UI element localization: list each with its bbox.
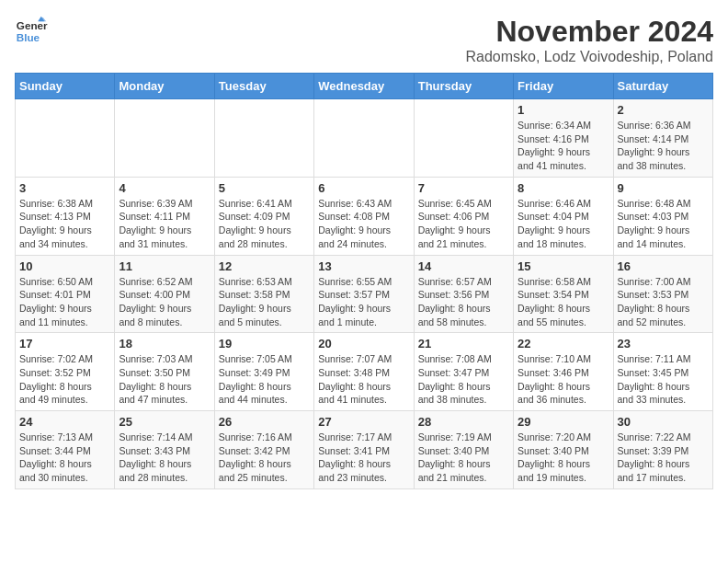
calendar-cell: 29Sunrise: 7:20 AM Sunset: 3:40 PM Dayli… (514, 411, 613, 489)
day-info: Sunrise: 6:43 AM Sunset: 4:08 PM Dayligh… (318, 197, 409, 251)
day-info: Sunrise: 7:19 AM Sunset: 3:40 PM Dayligh… (418, 431, 509, 485)
calendar-cell (214, 99, 313, 178)
calendar-header-row: SundayMondayTuesdayWednesdayThursdayFrid… (16, 74, 713, 99)
day-info: Sunrise: 6:50 AM Sunset: 4:01 PM Dayligh… (19, 275, 110, 329)
calendar-cell: 2Sunrise: 6:36 AM Sunset: 4:14 PM Daylig… (613, 99, 712, 178)
page-title: November 2024 (465, 15, 713, 49)
day-number: 5 (219, 181, 310, 195)
calendar-cell (414, 99, 513, 178)
day-number: 6 (318, 181, 409, 195)
day-number: 19 (219, 337, 310, 350)
day-info: Sunrise: 7:05 AM Sunset: 3:49 PM Dayligh… (219, 352, 310, 407)
calendar-cell: 18Sunrise: 7:03 AM Sunset: 3:50 PM Dayli… (115, 333, 214, 411)
calendar-cell: 23Sunrise: 7:11 AM Sunset: 3:45 PM Dayli… (613, 333, 712, 411)
day-number: 18 (119, 337, 210, 350)
day-number: 20 (318, 337, 409, 350)
day-info: Sunrise: 7:08 AM Sunset: 3:47 PM Dayligh… (418, 352, 509, 407)
weekday-header: Saturday (613, 74, 712, 99)
calendar-cell (115, 99, 214, 178)
logo-icon: General Blue (15, 15, 48, 48)
day-info: Sunrise: 6:41 AM Sunset: 4:09 PM Dayligh… (219, 197, 310, 251)
calendar-cell: 12Sunrise: 6:53 AM Sunset: 3:58 PM Dayli… (214, 255, 313, 333)
weekday-header: Friday (514, 74, 613, 99)
day-info: Sunrise: 6:45 AM Sunset: 4:06 PM Dayligh… (418, 197, 509, 251)
day-info: Sunrise: 7:11 AM Sunset: 3:45 PM Dayligh… (618, 352, 709, 407)
calendar-cell: 27Sunrise: 7:17 AM Sunset: 3:41 PM Dayli… (314, 411, 414, 489)
day-number: 1 (518, 103, 609, 117)
day-info: Sunrise: 7:14 AM Sunset: 3:43 PM Dayligh… (119, 431, 210, 485)
day-number: 8 (518, 181, 609, 195)
day-number: 16 (618, 259, 709, 273)
day-info: Sunrise: 6:38 AM Sunset: 4:13 PM Dayligh… (19, 197, 110, 251)
calendar-cell: 25Sunrise: 7:14 AM Sunset: 3:43 PM Dayli… (115, 411, 214, 489)
day-number: 7 (418, 181, 509, 195)
day-number: 25 (119, 415, 210, 429)
calendar-cell (16, 99, 115, 178)
day-info: Sunrise: 6:36 AM Sunset: 4:14 PM Dayligh… (618, 119, 709, 173)
calendar-cell: 16Sunrise: 7:00 AM Sunset: 3:53 PM Dayli… (613, 255, 712, 333)
calendar-cell: 19Sunrise: 7:05 AM Sunset: 3:49 PM Dayli… (214, 333, 313, 411)
day-number: 21 (418, 337, 509, 350)
day-number: 14 (418, 259, 509, 273)
calendar-cell: 26Sunrise: 7:16 AM Sunset: 3:42 PM Dayli… (214, 411, 313, 489)
calendar-cell: 28Sunrise: 7:19 AM Sunset: 3:40 PM Dayli… (414, 411, 513, 489)
day-number: 4 (119, 181, 210, 195)
calendar-cell: 14Sunrise: 6:57 AM Sunset: 3:56 PM Dayli… (414, 255, 513, 333)
day-number: 23 (618, 337, 709, 350)
page-subtitle: Radomsko, Lodz Voivodeship, Poland (465, 49, 713, 65)
calendar-cell: 4Sunrise: 6:39 AM Sunset: 4:11 PM Daylig… (115, 177, 214, 255)
day-info: Sunrise: 7:07 AM Sunset: 3:48 PM Dayligh… (318, 352, 409, 407)
day-number: 9 (618, 181, 709, 195)
day-info: Sunrise: 6:46 AM Sunset: 4:04 PM Dayligh… (518, 197, 609, 251)
calendar-cell: 5Sunrise: 6:41 AM Sunset: 4:09 PM Daylig… (214, 177, 313, 255)
day-info: Sunrise: 6:48 AM Sunset: 4:03 PM Dayligh… (618, 197, 709, 251)
calendar-cell: 22Sunrise: 7:10 AM Sunset: 3:46 PM Dayli… (514, 333, 613, 411)
calendar-cell: 11Sunrise: 6:52 AM Sunset: 4:00 PM Dayli… (115, 255, 214, 333)
calendar-week-row: 1Sunrise: 6:34 AM Sunset: 4:16 PM Daylig… (16, 99, 713, 178)
calendar-cell: 21Sunrise: 7:08 AM Sunset: 3:47 PM Dayli… (414, 333, 513, 411)
day-number: 30 (618, 415, 709, 429)
day-info: Sunrise: 6:55 AM Sunset: 3:57 PM Dayligh… (318, 275, 409, 329)
day-number: 3 (19, 181, 110, 195)
title-section: November 2024 Radomsko, Lodz Voivodeship… (465, 15, 713, 65)
day-number: 27 (318, 415, 409, 429)
day-number: 2 (618, 103, 709, 117)
day-number: 17 (19, 337, 110, 350)
day-number: 26 (219, 415, 310, 429)
day-info: Sunrise: 7:16 AM Sunset: 3:42 PM Dayligh… (219, 431, 310, 485)
calendar-cell: 13Sunrise: 6:55 AM Sunset: 3:57 PM Dayli… (314, 255, 414, 333)
day-number: 12 (219, 259, 310, 273)
weekday-header: Tuesday (214, 74, 313, 99)
calendar-table: SundayMondayTuesdayWednesdayThursdayFrid… (15, 73, 713, 489)
calendar-week-row: 10Sunrise: 6:50 AM Sunset: 4:01 PM Dayli… (16, 255, 713, 333)
weekday-header: Monday (115, 74, 214, 99)
day-info: Sunrise: 7:13 AM Sunset: 3:44 PM Dayligh… (19, 431, 110, 485)
svg-text:Blue: Blue (17, 31, 40, 43)
day-info: Sunrise: 7:17 AM Sunset: 3:41 PM Dayligh… (318, 431, 409, 485)
day-info: Sunrise: 6:39 AM Sunset: 4:11 PM Dayligh… (119, 197, 210, 251)
day-info: Sunrise: 7:03 AM Sunset: 3:50 PM Dayligh… (119, 352, 210, 407)
calendar-cell: 24Sunrise: 7:13 AM Sunset: 3:44 PM Dayli… (16, 411, 115, 489)
day-info: Sunrise: 6:57 AM Sunset: 3:56 PM Dayligh… (418, 275, 509, 329)
day-info: Sunrise: 7:00 AM Sunset: 3:53 PM Dayligh… (618, 275, 709, 329)
day-info: Sunrise: 6:52 AM Sunset: 4:00 PM Dayligh… (119, 275, 210, 329)
day-info: Sunrise: 7:22 AM Sunset: 3:39 PM Dayligh… (618, 431, 709, 485)
day-number: 15 (518, 259, 609, 273)
day-info: Sunrise: 6:34 AM Sunset: 4:16 PM Dayligh… (518, 119, 609, 173)
weekday-header: Wednesday (314, 74, 414, 99)
day-number: 13 (318, 259, 409, 273)
calendar-week-row: 3Sunrise: 6:38 AM Sunset: 4:13 PM Daylig… (16, 177, 713, 255)
calendar-cell (314, 99, 414, 178)
calendar-cell: 1Sunrise: 6:34 AM Sunset: 4:16 PM Daylig… (514, 99, 613, 178)
day-number: 29 (518, 415, 609, 429)
day-number: 24 (19, 415, 110, 429)
day-number: 28 (418, 415, 509, 429)
calendar-cell: 8Sunrise: 6:46 AM Sunset: 4:04 PM Daylig… (514, 177, 613, 255)
day-number: 10 (19, 259, 110, 273)
calendar-cell: 15Sunrise: 6:58 AM Sunset: 3:54 PM Dayli… (514, 255, 613, 333)
calendar-cell: 7Sunrise: 6:45 AM Sunset: 4:06 PM Daylig… (414, 177, 513, 255)
calendar-cell: 6Sunrise: 6:43 AM Sunset: 4:08 PM Daylig… (314, 177, 414, 255)
calendar-cell: 10Sunrise: 6:50 AM Sunset: 4:01 PM Dayli… (16, 255, 115, 333)
calendar-cell: 3Sunrise: 6:38 AM Sunset: 4:13 PM Daylig… (16, 177, 115, 255)
day-number: 11 (119, 259, 210, 273)
